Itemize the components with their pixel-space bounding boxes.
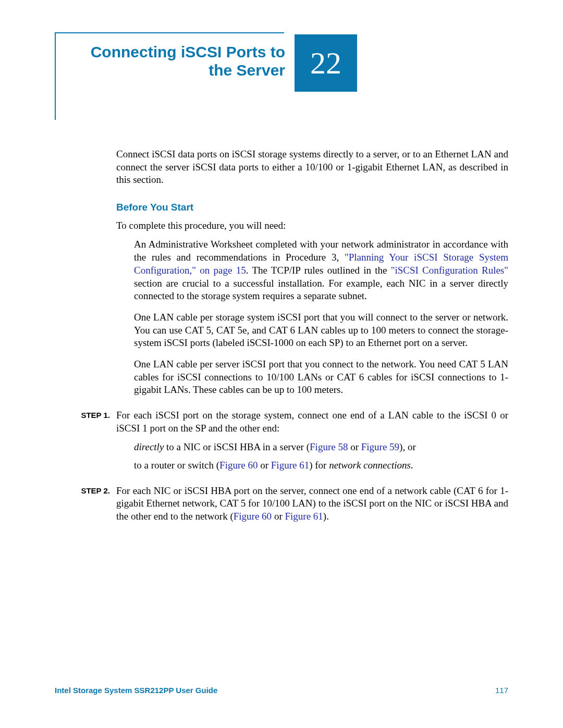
intro-paragraph: Connect iSCSI data ports on iSCSI storag…	[116, 148, 508, 187]
step-1-label: STEP 1.	[55, 409, 116, 435]
step1-sub1-c: or	[348, 441, 361, 452]
step2-body-b: or	[272, 511, 285, 522]
step-1-body: For each iSCSI port on the storage syste…	[116, 409, 508, 435]
requirement-2: One LAN cable per storage system iSCSI p…	[134, 311, 508, 350]
step-1-sub-1: directly to a NIC or iSCSI HBA in a serv…	[134, 441, 508, 454]
footer-page-number: 117	[495, 686, 508, 695]
bracket-left-line	[55, 32, 56, 120]
step-2-row: STEP 2. For each NIC or iSCSI HBA port o…	[55, 485, 508, 523]
requirement-1: An Administrative Worksheet completed wi…	[134, 238, 508, 302]
step1-sub2-b: or	[258, 460, 271, 471]
link-figure-61-b[interactable]: Figure 61	[285, 511, 323, 522]
step1-sub1-d: ), or	[399, 441, 416, 452]
step1-sub1-directly: directly	[134, 441, 164, 452]
section-heading-before-you-start: Before You Start	[116, 201, 508, 214]
section-lead: To complete this procedure, you will nee…	[116, 219, 508, 232]
link-iscsi-config-rules[interactable]: "iSCSI Configuration Rules"	[391, 265, 508, 276]
link-figure-59[interactable]: Figure 59	[361, 441, 399, 452]
step-2-body: For each NIC or iSCSI HBA port on the se…	[116, 485, 508, 523]
step2-body-c: ).	[323, 511, 329, 522]
link-figure-58[interactable]: Figure 58	[310, 441, 348, 452]
chapter-title: Connecting iSCSI Ports to the Server	[77, 43, 285, 80]
chapter-header: Connecting iSCSI Ports to the Server 22	[55, 32, 508, 120]
step1-sub2-d: network connections	[329, 460, 411, 471]
chapter-number-badge: 22	[295, 34, 357, 92]
link-figure-60-b[interactable]: Figure 60	[234, 511, 272, 522]
req1-text-c: section are crucial to a successful inst…	[134, 278, 508, 302]
step1-sub1-b: to a NIC or iSCSI HBA in a server (	[164, 441, 310, 452]
step1-sub2-a: to a router or switch (	[134, 460, 219, 471]
footer-doc-title: Intel Storage System SSR212PP User Guide	[55, 686, 217, 695]
step-1-sub-2: to a router or switch (Figure 60 or Figu…	[134, 459, 508, 472]
requirement-3: One LAN cable per server iSCSI port that…	[134, 358, 508, 397]
step-1-row: STEP 1. For each iSCSI port on the stora…	[55, 409, 508, 435]
step-2-label: STEP 2.	[55, 485, 116, 523]
link-figure-60[interactable]: Figure 60	[219, 460, 258, 471]
page-footer: Intel Storage System SSR212PP User Guide…	[55, 686, 508, 695]
step1-sub2-e: .	[411, 460, 413, 471]
step1-sub2-c: ) for	[309, 460, 329, 471]
bracket-top-line	[55, 32, 284, 33]
link-figure-61[interactable]: Figure 61	[271, 460, 309, 471]
content-area: Connect iSCSI data ports on iSCSI storag…	[55, 148, 508, 523]
document-page: Connecting iSCSI Ports to the Server 22 …	[0, 0, 563, 728]
req1-text-b: . The TCP/IP rules outlined in the	[246, 265, 391, 276]
